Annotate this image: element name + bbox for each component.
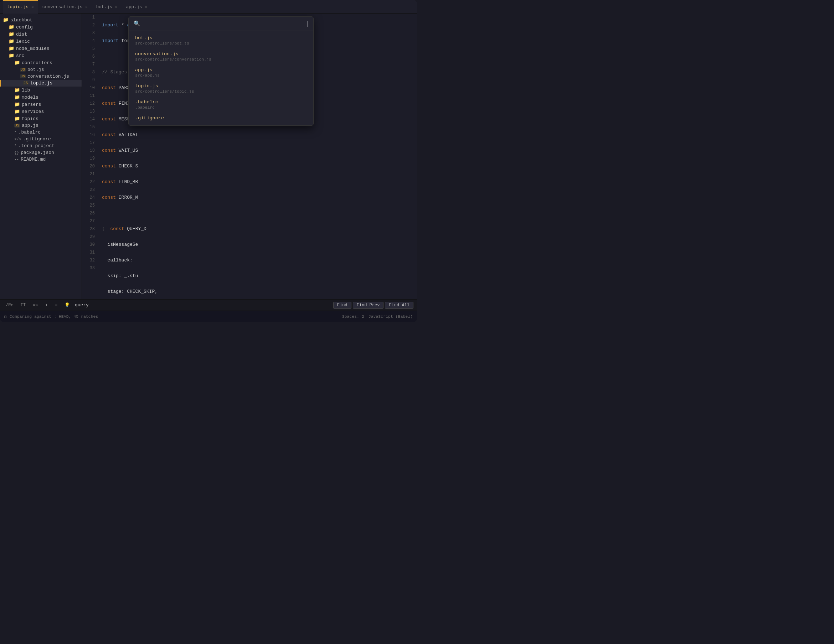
js-icon: JS: [20, 74, 26, 78]
list-item[interactable]: .babelrc .babelrc: [129, 97, 313, 113]
close-icon[interactable]: ✕: [115, 5, 118, 9]
find-all-button[interactable]: Find All: [385, 302, 414, 309]
tab-bar: topic.js ✕ conversation.js ✕ bot.js ✕ ap…: [0, 0, 417, 13]
sidebar-item-controllers[interactable]: 📁 controllers: [0, 59, 82, 66]
case-button[interactable]: TT: [19, 302, 28, 308]
sidebar-item-lexic[interactable]: 📁 lexic: [0, 38, 82, 45]
list-item[interactable]: conversation.js src/controllers/conversa…: [129, 48, 313, 65]
folder-icon: 📁: [8, 53, 14, 58]
sidebar-item-topic-js[interactable]: JS topic.js: [0, 80, 82, 87]
sidebar-item-config[interactable]: 📁 config: [0, 24, 82, 31]
find-bottom-bar: /Re TT «» ⬆ ≡ 💡 query Find Find Prev Fin…: [0, 299, 417, 311]
find-input-row: 🔍: [129, 17, 313, 31]
context-button[interactable]: ≡: [53, 302, 60, 308]
regex-button[interactable]: /Re: [3, 302, 16, 308]
folder-icon: 📁: [8, 45, 14, 51]
sidebar-item-src[interactable]: 📁 src: [0, 52, 82, 59]
folder-icon: 📁: [14, 116, 20, 121]
highlight-button[interactable]: 💡: [62, 302, 72, 308]
folder-icon: 📁: [8, 39, 14, 44]
sidebar-item-dist[interactable]: 📁 dist: [0, 31, 82, 38]
find-term: query: [75, 302, 330, 308]
misc-icon: ▪▪: [14, 157, 19, 162]
cursor: [307, 21, 308, 27]
sidebar-root[interactable]: 📁 slackbot: [0, 16, 82, 24]
misc-icon: </>: [14, 137, 21, 141]
misc-icon: *: [14, 131, 17, 135]
sidebar-item-conversation-js[interactable]: JS conversation.js: [0, 73, 82, 80]
folder-icon: 📁: [14, 109, 20, 115]
language-indicator[interactable]: JavaScript (Babel): [369, 314, 413, 319]
sidebar-item-topics[interactable]: 📁 topics: [0, 115, 82, 122]
list-item[interactable]: app.js src/app.js: [129, 65, 313, 81]
close-icon[interactable]: ✕: [31, 5, 34, 9]
sidebar-item-node-modules[interactable]: 📁 node_modules: [0, 45, 82, 52]
file-list: bot.js src/controllers/bot.js conversati…: [129, 31, 313, 125]
tab-conversation-js[interactable]: conversation.js ✕: [38, 0, 92, 13]
find-input[interactable]: [143, 21, 305, 27]
folder-icon: 📁: [14, 60, 20, 66]
search-icon: 🔍: [134, 20, 141, 27]
folder-icon: 📁: [14, 87, 20, 93]
line-numbers: 12345 678910 1112131415 1617181920 21222…: [82, 13, 98, 299]
sidebar-item-app-js[interactable]: JS app.js: [0, 122, 82, 129]
sidebar-item-babelrc[interactable]: * .babelrc: [0, 129, 82, 136]
sidebar-item-lib[interactable]: 📁 lib: [0, 87, 82, 94]
tab-app-js[interactable]: app.js ✕: [121, 0, 152, 13]
list-item[interactable]: topic.js src/controllers/topic.js: [129, 81, 313, 97]
find-nav-buttons: Find Find Prev Find All: [333, 302, 414, 309]
sidebar-item-package-json[interactable]: {} package.json: [0, 149, 82, 156]
sidebar-item-services[interactable]: 📁 services: [0, 108, 82, 115]
folder-icon: 📁: [14, 94, 20, 100]
js-icon: JS: [23, 81, 29, 85]
find-dropdown: 🔍 bot.js src/controllers/bot.js conversa…: [128, 16, 314, 126]
folder-icon: 📁: [8, 31, 14, 37]
close-icon[interactable]: ✕: [85, 5, 88, 9]
sidebar-item-gitignore[interactable]: </> .gitignore: [0, 136, 82, 142]
js-icon: JS: [14, 124, 20, 128]
folder-icon: 📁: [3, 17, 8, 23]
folder-icon: 📁: [8, 24, 14, 30]
spaces-indicator[interactable]: Spaces: 2: [342, 314, 364, 319]
js-icon: JS: [20, 68, 26, 72]
status-text: Comparing against : HEAD, 45 matches: [10, 314, 98, 319]
status-left: ⊟ Comparing against : HEAD, 45 matches: [4, 314, 98, 319]
sidebar: 📁 slackbot 📁 config 📁 dist 📁 lexic 📁 nod…: [0, 13, 82, 299]
tab-topic-js[interactable]: topic.js ✕: [3, 0, 38, 13]
close-icon[interactable]: ✕: [145, 5, 147, 9]
tab-bot-js[interactable]: bot.js ✕: [92, 0, 122, 13]
sidebar-item-tern-project[interactable]: * .tern-project: [0, 142, 82, 149]
sidebar-item-models[interactable]: 📁 models: [0, 94, 82, 101]
wrap-button[interactable]: ⬆: [43, 302, 50, 308]
find-button[interactable]: Find: [333, 302, 351, 309]
list-item[interactable]: bot.js src/controllers/bot.js: [129, 32, 313, 48]
active-file-indicator: [0, 80, 1, 87]
folder-icon: 📁: [14, 102, 20, 107]
main-area: 📁 slackbot 📁 config 📁 dist 📁 lexic 📁 nod…: [0, 13, 417, 299]
misc-icon: *: [14, 144, 17, 148]
status-right: Spaces: 2 JavaScript (Babel): [342, 314, 413, 319]
sidebar-item-readme[interactable]: ▪▪ README.md: [0, 156, 82, 163]
misc-icon: {}: [14, 151, 19, 155]
status-bar: ⊟ Comparing against : HEAD, 45 matches S…: [0, 311, 417, 322]
word-button[interactable]: «»: [31, 302, 40, 308]
sidebar-item-bot-js[interactable]: JS bot.js: [0, 66, 82, 73]
list-item[interactable]: .gitignore: [129, 113, 313, 124]
sidebar-item-parsers[interactable]: 📁 parsers: [0, 101, 82, 108]
find-prev-button[interactable]: Find Prev: [353, 302, 384, 309]
git-icon: ⊟: [4, 314, 7, 319]
editor-area[interactable]: 🔍 bot.js src/controllers/bot.js conversa…: [82, 13, 417, 299]
